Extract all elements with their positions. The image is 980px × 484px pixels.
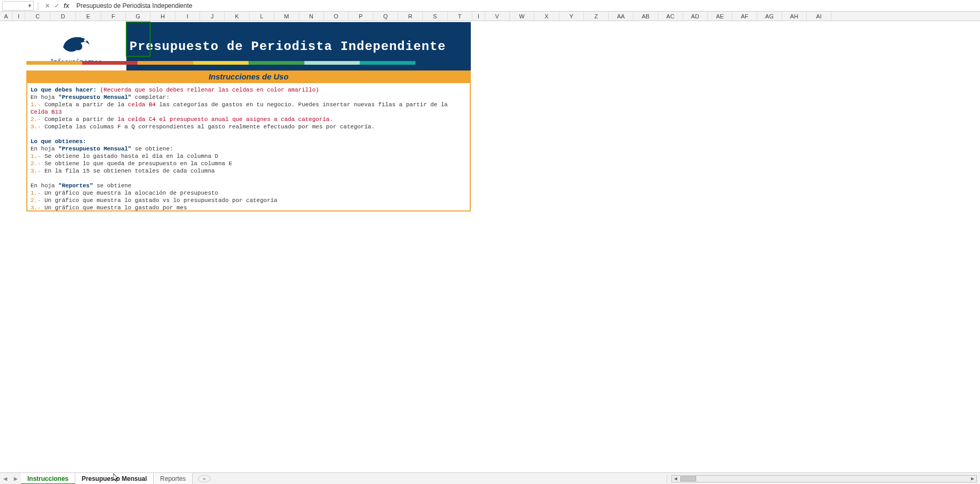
text: Completa a partir de la	[41, 102, 128, 108]
text: 2.-	[31, 160, 41, 167]
add-sheet-button[interactable]: +	[198, 475, 211, 482]
column-header[interactable]: I	[13, 12, 25, 21]
column-header[interactable]: I	[175, 12, 200, 21]
text: Celda B13	[31, 109, 62, 115]
accept-icon[interactable]: ✓	[52, 2, 62, 9]
text: 3.-	[31, 168, 41, 174]
text: Completa a partir de	[41, 116, 117, 123]
color-swatch	[193, 61, 249, 65]
text: Un gráfico que muestra la alocación de p…	[41, 190, 219, 196]
text: 2.-	[31, 116, 41, 123]
text: se obtiene	[93, 183, 132, 189]
text: las categorías de gastos en tu negocio. …	[156, 102, 448, 108]
text: celda B4	[128, 102, 156, 108]
sheet-tab[interactable]: Instrucciones	[21, 473, 75, 485]
column-header[interactable]: W	[510, 12, 534, 21]
column-header[interactable]: I	[472, 12, 485, 21]
text: Un gráfico que muestra lo gastado vs lo …	[41, 197, 278, 204]
column-header[interactable]: AH	[782, 12, 807, 21]
column-header[interactable]: V	[485, 12, 510, 21]
text: "Presupuesto Mensual"	[58, 94, 132, 100]
text: Completa las columas F a Q correspondien…	[41, 124, 375, 130]
column-header[interactable]: F	[101, 12, 126, 21]
svg-point-0	[84, 39, 87, 42]
page-title-text: Presupuesto de Periodista Independiente	[130, 39, 446, 54]
column-header[interactable]: R	[398, 12, 423, 21]
chevron-down-icon[interactable]: ▼	[27, 3, 32, 8]
column-header[interactable]: AG	[757, 12, 782, 21]
column-header[interactable]: AD	[683, 12, 708, 21]
sheet-tab[interactable]: Presupuesto Mensual	[75, 473, 154, 485]
column-header[interactable]: AB	[633, 12, 658, 21]
column-header[interactable]: Z	[584, 12, 609, 21]
text: En hoja	[31, 183, 58, 189]
column-header[interactable]: A	[0, 12, 13, 21]
separator	[667, 475, 667, 482]
sheet-nav-prev[interactable]: ◄	[0, 475, 11, 482]
column-header[interactable]: S	[423, 12, 448, 21]
color-swatch	[360, 61, 415, 65]
text: Lo que debes hacer:	[31, 87, 96, 93]
text: 3.-	[31, 205, 41, 211]
text: completar:	[131, 94, 170, 100]
horizontal-scrollbar[interactable]: ◄ ►	[671, 475, 977, 482]
text: "Reportes"	[58, 183, 93, 189]
column-header[interactable]: J	[200, 12, 225, 21]
column-header[interactable]: AC	[658, 12, 683, 21]
column-header[interactable]: K	[225, 12, 250, 21]
dolphin-icon	[61, 32, 92, 55]
text: (Recuerda que solo debes rellenar las ce…	[100, 87, 319, 93]
separator	[38, 2, 38, 10]
formula-input[interactable]	[71, 1, 980, 11]
text: Se obtiene lo gastado hasta el día en la…	[41, 153, 219, 159]
instructions-box: Lo que debes hacer: (Recuerda que solo d…	[26, 83, 471, 211]
sheet-nav-next[interactable]: ►	[11, 475, 21, 482]
color-swatch	[137, 61, 193, 65]
column-header[interactable]: AA	[609, 12, 633, 21]
fx-icon[interactable]: fx	[62, 2, 71, 9]
column-header[interactable]: P	[349, 12, 373, 21]
text: En hoja	[31, 94, 58, 100]
cancel-icon[interactable]: ✕	[43, 2, 52, 9]
text: "Presupuesto Mensual"	[58, 146, 132, 152]
column-header[interactable]: E	[76, 12, 101, 21]
column-header[interactable]: O	[324, 12, 349, 21]
color-strip	[26, 61, 471, 65]
column-header[interactable]: G	[126, 12, 151, 21]
scroll-right-icon[interactable]: ►	[969, 476, 976, 481]
column-header[interactable]: D	[51, 12, 76, 21]
color-swatch	[249, 61, 304, 65]
text: Se obtiene lo que queda de presupuesto e…	[41, 160, 232, 167]
text: 1.-	[31, 102, 41, 108]
instructions-heading: Instrucciones de Uso	[26, 70, 471, 83]
column-header[interactable]: M	[274, 12, 299, 21]
worksheet-grid[interactable]: Infoautónomos Presupuesto de Periodista …	[0, 21, 980, 477]
text: se obtiene:	[131, 146, 173, 152]
text: En hoja	[31, 146, 58, 152]
color-swatch	[304, 61, 360, 65]
text: 3.-	[31, 124, 41, 130]
column-header[interactable]: AI	[807, 12, 831, 21]
column-header[interactable]: N	[299, 12, 324, 21]
column-headers: AICDEFGHIJKLMNOPQRSTIVWXYZAAABACADAEAFAG…	[0, 12, 980, 21]
column-header[interactable]: AE	[708, 12, 732, 21]
sheet-tab-bar: ◄ ► InstruccionesPresupuesto MensualRepo…	[0, 472, 980, 484]
column-header[interactable]: L	[250, 12, 274, 21]
text: Un gráfico que muestra lo gastado por me…	[41, 205, 187, 211]
column-header[interactable]: Y	[559, 12, 584, 21]
text: En la fila 15 se obtienen totales de cad…	[41, 168, 215, 174]
color-swatch	[82, 61, 138, 65]
column-header[interactable]: AF	[732, 12, 757, 21]
text: la celda C4 el presupuesto anual que asi…	[117, 116, 333, 123]
column-header[interactable]: X	[534, 12, 559, 21]
column-header[interactable]: H	[151, 12, 175, 21]
name-box[interactable]: ▼	[2, 1, 34, 11]
column-header[interactable]: Q	[373, 12, 398, 21]
formula-bar: ▼ ✕ ✓ fx	[0, 0, 980, 12]
color-swatch	[415, 61, 471, 65]
scroll-left-icon[interactable]: ◄	[672, 476, 679, 481]
sheet-tab[interactable]: Reportes	[154, 473, 193, 485]
column-header[interactable]: T	[448, 12, 472, 21]
scroll-thumb[interactable]	[680, 476, 696, 481]
column-header[interactable]: C	[25, 12, 51, 21]
